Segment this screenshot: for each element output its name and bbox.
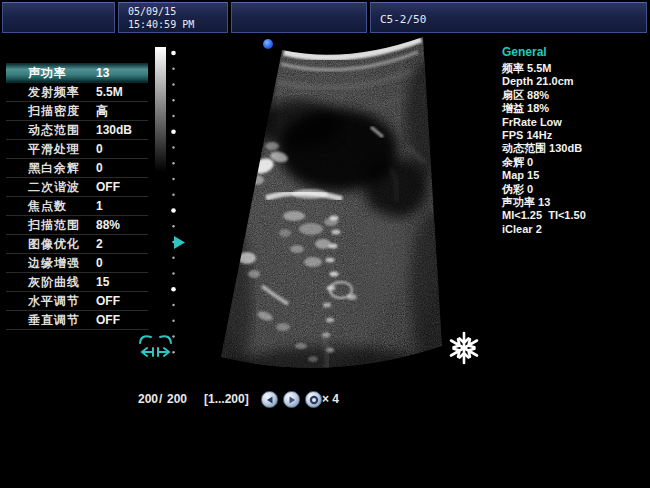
prev-icon <box>266 396 274 404</box>
play-icon <box>288 396 296 404</box>
current-frame-number: 200 <box>138 392 158 406</box>
right-panel-line: 频率 5.5M <box>502 62 648 75</box>
right-panel-line: 声功率 13 <box>502 196 648 209</box>
ultrasound-app-window: 05/09/15 15:40:59 PM C5-2/50 声功率13发射频率5.… <box>0 0 650 488</box>
right-panel-line: 伪彩 0 <box>502 183 648 196</box>
depth-ruler <box>171 51 176 354</box>
frame-range: [1...200] <box>204 392 249 406</box>
play-button[interactable] <box>283 391 300 408</box>
right-panel-line: Depth 21.0cm <box>502 75 648 88</box>
stop-icon <box>309 395 319 405</box>
right-panel-line: 增益 18% <box>502 102 648 115</box>
grayscale-bar <box>155 47 166 172</box>
total-frame-number: 200 <box>167 392 187 406</box>
right-panel-line: iClear 2 <box>502 223 648 236</box>
frame-separator: / <box>159 392 162 406</box>
right-panel-line: MI<1.25 TI<1.50 <box>502 209 648 222</box>
right-panel-line: 扇区 88% <box>502 89 648 102</box>
probe-orientation-dot <box>263 39 273 49</box>
stop-button[interactable] <box>305 391 322 408</box>
snowflake-icon <box>449 333 479 363</box>
right-panel-line: 动态范围 130dB <box>502 142 648 155</box>
preset-title: General <box>502 45 648 59</box>
right-panel-line: FPS 14Hz <box>502 129 648 142</box>
prev-frame-button[interactable] <box>261 391 278 408</box>
right-panel-line: 余辉 0 <box>502 156 648 169</box>
focus-arrow-icon <box>174 236 185 249</box>
image-info-panel: General 频率 5.5MDepth 21.0cm扇区 88%增益 18%F… <box>502 45 648 236</box>
right-panel-line: Map 15 <box>502 169 648 182</box>
image-info-lines: 频率 5.5MDepth 21.0cm扇区 88%增益 18%FrRate Lo… <box>502 62 648 236</box>
playback-speed: × 4 <box>322 392 339 406</box>
right-panel-line: FrRate Low <box>502 116 648 129</box>
ultrasound-image[interactable] <box>200 28 460 442</box>
cine-loop-icon <box>140 336 171 356</box>
